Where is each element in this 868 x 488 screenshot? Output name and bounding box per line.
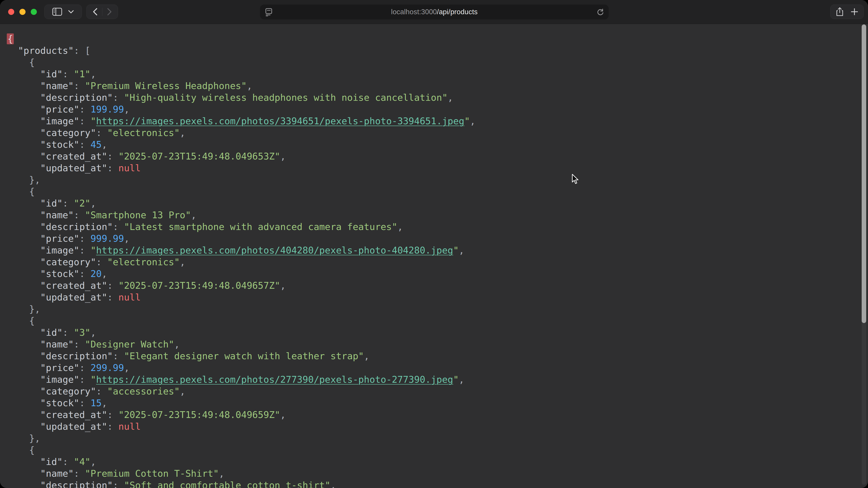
scrollbar-thumb[interactable] (862, 24, 866, 323)
url-path: /api/products (437, 8, 477, 16)
json-comma: , (459, 374, 464, 385)
json-comma: , (102, 268, 107, 279)
json-line: }, (7, 174, 868, 186)
json-string-value: "electronics" (107, 257, 180, 267)
json-null-value: null (119, 163, 141, 173)
json-line: "category": "accessories", (7, 385, 868, 397)
json-key: "name" (40, 339, 74, 350)
json-line: "price": 299.99, (7, 362, 868, 374)
json-line: "name": "Premium Cotton T-Shirt", (7, 468, 868, 480)
json-comma: , (90, 456, 96, 467)
browser-window: localhost:3000/api/products (0, 0, 868, 488)
json-colon: : (79, 116, 90, 127)
json-comma: , (102, 139, 107, 150)
json-line: "description": "Elegant designer watch w… (7, 350, 868, 362)
json-key: "price" (40, 362, 79, 373)
json-comma: , (397, 221, 403, 232)
json-colon: : (63, 327, 74, 338)
json-key: "created_at" (40, 151, 107, 162)
json-key: "image" (40, 116, 79, 127)
close-button[interactable] (8, 9, 14, 15)
json-line: "stock": 45, (7, 139, 868, 151)
json-punctuation: { (29, 186, 35, 197)
forward-button[interactable] (102, 8, 116, 15)
json-image-link[interactable]: https://images.pexels.com/photos/3394651… (96, 116, 464, 127)
json-colon: : (79, 139, 90, 150)
json-punctuation: { (29, 445, 35, 455)
json-colon: : (107, 163, 118, 173)
json-line: "name": "Premium Wireless Headphones", (7, 80, 868, 92)
json-punctuation: }, (29, 174, 40, 185)
json-string-value: "High-quality wireless headphones with n… (124, 92, 447, 103)
minimize-button[interactable] (20, 9, 26, 15)
json-line: "updated_at": null (7, 421, 868, 432)
json-quote: " (453, 374, 459, 385)
json-null-value: null (119, 292, 141, 303)
json-string-value: "2025-07-23T15:49:48.049653Z" (119, 151, 280, 162)
json-comma: , (219, 468, 224, 479)
url-host: localhost:3000 (391, 8, 437, 16)
json-quote: " (90, 116, 96, 127)
json-key: "name" (40, 80, 74, 91)
json-line: "id": "1", (7, 68, 868, 80)
json-colon: : (63, 198, 74, 209)
json-string-value: "electronics" (107, 127, 180, 138)
json-comma: , (180, 386, 185, 397)
sidebar-icon[interactable] (52, 8, 62, 16)
json-line: { (7, 33, 868, 45)
json-colon: : (107, 410, 118, 420)
json-line: "created_at": "2025-07-23T15:49:48.04965… (7, 280, 868, 291)
json-image-link[interactable]: https://images.pexels.com/photos/277390/… (96, 374, 453, 385)
json-quote: " (464, 116, 470, 127)
json-comma: , (124, 362, 129, 373)
json-colon: : (79, 398, 90, 409)
address-bar[interactable]: localhost:3000/api/products (260, 4, 609, 20)
json-key: "name" (40, 468, 74, 479)
json-line: "category": "electronics", (7, 127, 868, 139)
json-key: "updated_at" (40, 163, 107, 173)
json-colon: : (63, 69, 74, 79)
json-line: "description": "Soft and comfortable cot… (7, 480, 868, 488)
json-string-value: "Latest smartphone with advanced camera … (124, 221, 397, 232)
json-key: "updated_at" (40, 421, 107, 432)
json-punctuation: : [ (74, 45, 90, 56)
json-line: "id": "4", (7, 456, 868, 468)
back-button[interactable] (88, 8, 102, 15)
json-string-value: "Premium Cotton T-Shirt" (85, 468, 219, 479)
json-colon: : (74, 468, 85, 479)
json-colon: : (96, 386, 107, 397)
json-number-value: 299.99 (90, 362, 124, 373)
json-key: "category" (40, 127, 96, 138)
json-colon: : (79, 374, 90, 385)
chevron-down-icon[interactable] (68, 10, 74, 13)
json-image-link[interactable]: https://images.pexels.com/photos/404280/… (96, 245, 453, 256)
nav-buttons-group (86, 4, 118, 19)
json-comma: , (459, 245, 464, 256)
json-punctuation: { (29, 57, 35, 68)
json-comma: , (331, 480, 336, 488)
share-button[interactable] (836, 7, 843, 16)
json-line: { (7, 315, 868, 327)
page-settings-icon[interactable] (265, 8, 273, 16)
json-line: "description": "Latest smartphone with a… (7, 221, 868, 233)
json-colon: : (79, 104, 90, 115)
json-line: "stock": 15, (7, 397, 868, 409)
json-colon: : (113, 92, 124, 103)
json-key: "image" (40, 374, 79, 385)
json-colon: : (79, 233, 90, 244)
zoom-button[interactable] (31, 9, 37, 15)
json-line: "price": 199.99, (7, 103, 868, 115)
json-colon: : (63, 456, 74, 467)
json-colon: : (107, 421, 118, 432)
json-key: "price" (40, 233, 79, 244)
json-line: "image": "https://images.pexels.com/phot… (7, 374, 868, 385)
json-line: "description": "High-quality wireless he… (7, 92, 868, 103)
new-tab-button[interactable] (851, 8, 858, 15)
json-string-value: "3" (74, 327, 90, 338)
json-null-value: null (119, 421, 141, 432)
reload-icon[interactable] (596, 8, 604, 16)
json-string-value: "2025-07-23T15:49:48.049659Z" (119, 410, 280, 420)
json-key: "description" (40, 221, 113, 232)
json-comma: , (90, 69, 96, 79)
json-colon: : (96, 257, 107, 267)
